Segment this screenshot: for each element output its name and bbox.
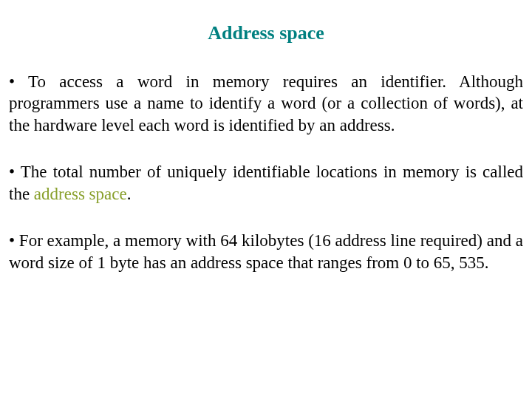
bullet-2: • <box>9 163 21 181</box>
paragraph-2-tail: . <box>127 185 132 203</box>
paragraph-3-text: For example, a memory with 64 kilobytes … <box>9 231 523 271</box>
paragraph-2: • The total number of uniquely identifia… <box>9 161 523 205</box>
paragraph-3: • For example, a memory with 64 kilobyte… <box>9 230 523 273</box>
paragraph-1-text: To access a word in memory requires an i… <box>9 72 523 134</box>
term-address-space: address space <box>34 185 127 203</box>
bullet-3: • <box>9 231 19 250</box>
slide-title: Address space <box>9 22 523 44</box>
slide: Address space • To access a word in memo… <box>0 0 532 399</box>
paragraph-1: • To access a word in memory requires an… <box>9 71 523 136</box>
bullet-1: • <box>9 72 28 91</box>
